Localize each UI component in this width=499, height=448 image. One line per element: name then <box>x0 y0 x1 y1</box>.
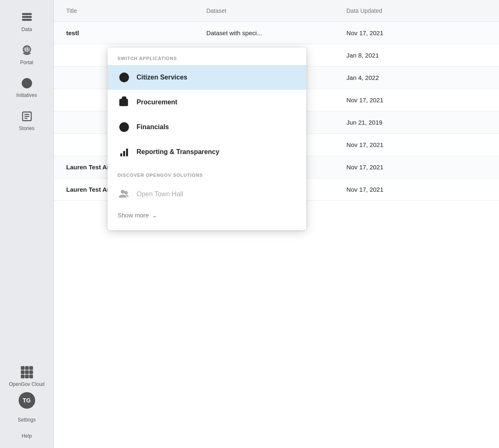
cell-dataset: Dataset with speci... <box>206 29 347 36</box>
sidebar-item-stories[interactable]: Stories <box>0 103 53 136</box>
svg-rect-1 <box>22 16 31 18</box>
dropdown-item-financials-label: Financials <box>137 123 169 131</box>
citizen-services-icon <box>118 71 131 84</box>
switch-applications-dropdown: Switch Applications Citizen Services <box>108 48 306 230</box>
dropdown-item-open-town-hall[interactable]: Open Town Hall <box>108 182 306 207</box>
stories-icon <box>19 109 34 124</box>
cell-date: Nov 17, 2021 <box>346 186 487 193</box>
main-content: Title Dataset Data Updated testl Dataset… <box>54 0 499 448</box>
dropdown-item-citizen-services[interactable]: Citizen Services <box>108 65 306 90</box>
svg-point-7 <box>25 81 29 85</box>
svg-rect-21 <box>29 371 33 374</box>
dropdown-item-financials[interactable]: $ Financials <box>108 115 306 140</box>
dropdown-item-procurement-label: Procurement <box>137 99 178 106</box>
cell-date: Nov 17, 2021 <box>346 141 487 148</box>
cell-date: Jan 4, 2022 <box>346 74 487 81</box>
avatar[interactable]: TG <box>19 392 35 409</box>
col-header-dataset: Dataset <box>206 7 347 14</box>
svg-rect-36 <box>126 149 128 157</box>
cell-date: Nov 17, 2021 <box>346 164 487 171</box>
svg-rect-27 <box>120 99 128 106</box>
show-more-label: Show more <box>118 212 149 219</box>
svg-rect-24 <box>29 375 33 378</box>
initiatives-icon <box>19 76 34 91</box>
svg-rect-35 <box>123 151 125 157</box>
svg-rect-20 <box>25 371 29 374</box>
col-header-title: Title <box>66 7 206 14</box>
open-town-hall-icon <box>118 188 131 201</box>
section-label-switch: Switch Applications <box>108 48 306 65</box>
col-header-date: Data Updated <box>346 7 487 14</box>
sidebar-item-data[interactable]: Data <box>0 4 53 37</box>
svg-rect-16 <box>21 366 24 370</box>
portal-icon <box>19 43 34 58</box>
dropdown-item-citizen-services-label: Citizen Services <box>137 74 187 81</box>
dropdown-item-open-town-hall-label: Open Town Hall <box>137 190 183 198</box>
sidebar-item-stories-label: Stories <box>19 125 34 132</box>
data-icon <box>19 10 34 25</box>
procurement-icon <box>118 96 131 109</box>
svg-rect-2 <box>22 19 31 21</box>
help-label: Help <box>22 433 32 440</box>
opengov-cloud-icon <box>19 365 34 380</box>
svg-rect-19 <box>21 371 24 374</box>
dropdown-item-reporting-transparency[interactable]: Reporting & Transparency <box>108 140 306 164</box>
sidebar: Data Portal Initiatives <box>0 0 54 448</box>
sidebar-item-portal-label: Portal <box>20 60 33 66</box>
svg-point-28 <box>122 101 124 103</box>
svg-rect-34 <box>120 154 122 157</box>
svg-point-26 <box>122 75 126 79</box>
sidebar-item-initiatives-label: Initiatives <box>16 92 37 99</box>
chevron-down-icon: ⌄ <box>152 212 157 219</box>
sidebar-item-settings[interactable]: Settings <box>0 411 53 428</box>
svg-rect-17 <box>25 366 29 370</box>
cell-date: Nov 17, 2021 <box>346 29 487 36</box>
settings-label: Settings <box>18 417 36 424</box>
cell-date: Jun 21, 2019 <box>346 119 487 126</box>
svg-point-38 <box>125 192 127 194</box>
table-row[interactable]: testl Dataset with speci... Nov 17, 2021 <box>54 22 499 44</box>
cell-title: testl <box>66 29 206 36</box>
sidebar-item-portal[interactable]: Portal <box>0 37 53 70</box>
sidebar-item-opengov-cloud-label: OpenGov Cloud <box>9 381 44 388</box>
cell-date: Jan 8, 2021 <box>346 52 487 59</box>
sidebar-item-initiatives[interactable]: Initiatives <box>0 70 53 103</box>
dropdown-item-reporting-transparency-label: Reporting & Transparency <box>137 148 219 156</box>
sidebar-bottom: OpenGov Cloud TG Settings Help <box>0 359 53 448</box>
section-label-discover: Discover OpenGov Solutions <box>108 164 306 182</box>
reporting-transparency-icon <box>118 145 131 159</box>
svg-point-37 <box>121 190 124 193</box>
sidebar-item-opengov-cloud[interactable]: OpenGov Cloud <box>0 359 53 392</box>
svg-rect-0 <box>22 13 31 15</box>
sidebar-item-help[interactable]: Help <box>0 427 53 444</box>
table-header: Title Dataset Data Updated <box>54 0 499 22</box>
financials-icon: $ <box>118 120 131 134</box>
dropdown-item-procurement[interactable]: Procurement <box>108 90 306 115</box>
svg-point-29 <box>125 101 127 103</box>
svg-rect-18 <box>29 366 33 370</box>
cell-date: Nov 17, 2021 <box>346 96 487 104</box>
svg-rect-23 <box>25 375 29 378</box>
show-more-button[interactable]: Show more ⌄ <box>108 207 306 224</box>
sidebar-item-data-label: Data <box>22 26 32 33</box>
svg-rect-22 <box>21 375 24 378</box>
